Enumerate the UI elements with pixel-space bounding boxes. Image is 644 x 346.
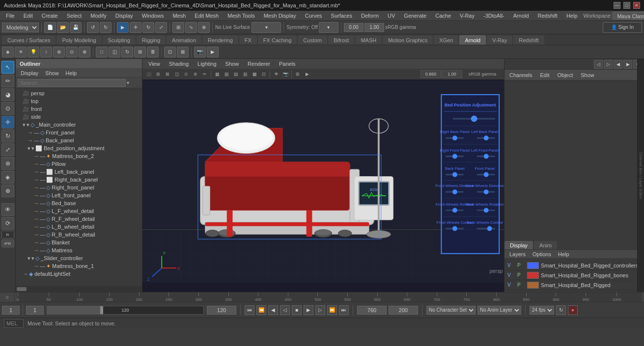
minimize-button[interactable]: — xyxy=(614,2,620,9)
tab-bifrost[interactable]: Bifrost xyxy=(328,35,354,45)
tab-mash[interactable]: MASH xyxy=(355,35,382,45)
tab-animation[interactable]: Animation xyxy=(167,35,201,45)
menu-surfaces[interactable]: Surfaces xyxy=(327,12,356,20)
vp-btn5[interactable]: ⊛ xyxy=(191,70,200,79)
slider-handle[interactable] xyxy=(100,306,103,314)
vp-btn12[interactable]: ⊡ xyxy=(259,70,268,79)
list-item-bed-base[interactable]: → — ◇ Bed_base xyxy=(16,199,142,207)
tab-motion-graphics[interactable]: Motion Graphics xyxy=(383,35,433,45)
menu-file[interactable]: File xyxy=(2,12,19,20)
tab-rigging[interactable]: Rigging xyxy=(137,35,166,45)
go-start-btn[interactable]: ⏮ xyxy=(245,305,254,315)
save-btn[interactable]: 💾 xyxy=(70,22,82,33)
rp-icon4[interactable]: ▶ xyxy=(623,60,632,69)
list-item[interactable]: → — ◇ L_F_wheel_detail xyxy=(16,207,142,215)
tb2-camera-btn[interactable]: 📷 xyxy=(194,47,206,57)
anim-start-input[interactable] xyxy=(357,306,387,315)
scale-tool[interactable]: ⤢ xyxy=(1,143,14,156)
tab-rendering[interactable]: Rendering xyxy=(202,35,238,45)
list-item[interactable]: ▾ ▾ ◇ _Main_controller xyxy=(16,121,142,129)
tab-anim[interactable]: Anim xyxy=(534,241,557,249)
layer-p1[interactable]: P xyxy=(517,263,525,268)
menu-mesh-display[interactable]: Mesh Display xyxy=(260,12,300,20)
vp-btn8[interactable]: ▧ xyxy=(222,70,231,79)
list-item[interactable]: 🎥 front xyxy=(16,105,142,113)
vp-btn1[interactable]: ⊞ xyxy=(154,70,163,79)
tb2-btn14[interactable]: ⊠ xyxy=(177,47,189,57)
sign-in-btn[interactable]: 👤 Sign In xyxy=(603,22,642,33)
list-item[interactable]: → — ✦ Mattress_bone_2 xyxy=(16,152,142,160)
layer-menu-options[interactable]: Options xyxy=(530,251,554,258)
workspace-select[interactable]: Maya Classic xyxy=(613,12,644,20)
outliner-scrollbar[interactable] xyxy=(16,286,142,292)
anim-end-input[interactable] xyxy=(389,306,418,315)
vp-btn3[interactable]: ◫ xyxy=(172,70,181,79)
next-frame-btn[interactable]: ⏩ xyxy=(327,305,337,315)
next-key-btn[interactable]: ▷ xyxy=(315,305,325,315)
tb2-btn7[interactable]: ⊕ xyxy=(79,47,90,57)
scale-input[interactable] xyxy=(364,23,384,32)
list-item[interactable]: ▾ ▾ ⬜ Bed_position_adjustment xyxy=(16,144,142,152)
list-item[interactable]: 🎥 persp xyxy=(16,89,142,97)
select-btn[interactable]: ▶ xyxy=(117,22,129,33)
render-btn[interactable]: R xyxy=(1,231,14,239)
vp-btn6[interactable]: ✏ xyxy=(200,70,209,79)
menu-edit[interactable]: Edit xyxy=(20,12,37,20)
menu-mesh[interactable]: Mesh xyxy=(168,12,190,20)
layer-v1[interactable]: V xyxy=(507,263,515,268)
layer-p2[interactable]: P xyxy=(517,272,525,278)
tb2-btn5[interactable]: ⊛ xyxy=(53,47,65,57)
timeline-track[interactable]: 0501001502002503003504004505005506006507… xyxy=(17,293,642,302)
scroll-handle[interactable] xyxy=(17,287,27,291)
rp-icon1[interactable]: ◁ xyxy=(594,60,603,69)
tab-arnold[interactable]: Arnold xyxy=(459,35,486,45)
menu-modify[interactable]: Modify xyxy=(86,12,110,20)
viewport-panel[interactable]: View Shading Lighting Show Renderer Pane… xyxy=(142,59,504,292)
close-button[interactable]: ✕ xyxy=(633,2,640,9)
loop-btn[interactable]: ↻ xyxy=(556,305,566,315)
tumble-tool[interactable]: ⟳ xyxy=(1,217,14,230)
vp-btn14[interactable]: 📷 xyxy=(281,70,290,79)
range-start-input[interactable] xyxy=(26,306,44,315)
layer-menu-help[interactable]: Help xyxy=(555,251,572,258)
vp-btn11[interactable]: ▩ xyxy=(250,70,259,79)
list-item[interactable]: ▾ ▾ ◇ _Slider_controller xyxy=(16,254,142,262)
anim-layer-dropdown[interactable]: No Anim Layer xyxy=(477,306,521,315)
move-tool[interactable]: ✛ xyxy=(1,116,14,129)
time-range-slider[interactable]: 120 xyxy=(47,306,204,315)
redo-btn[interactable]: ↻ xyxy=(100,22,112,33)
tab-display[interactable]: Display xyxy=(504,241,533,249)
menu-help[interactable]: Help xyxy=(562,12,582,20)
tab-curves-surfaces[interactable]: Curves / Surfaces xyxy=(2,35,56,45)
list-item[interactable]: → — ◇ Left_front_panel xyxy=(16,191,142,199)
vp-menu-view[interactable]: View xyxy=(144,60,164,67)
paint-tool[interactable]: ✏ xyxy=(1,75,14,87)
layer-color1[interactable] xyxy=(527,262,539,269)
menu-arnold[interactable]: Arnold xyxy=(509,12,533,20)
vp-menu-lighting[interactable]: Lighting xyxy=(194,60,221,67)
menu-generate[interactable]: Generate xyxy=(400,12,430,20)
universal-tool[interactable]: ⊛ xyxy=(1,157,14,170)
vp-btn4[interactable]: ⊙ xyxy=(182,70,191,79)
list-item[interactable]: → — ◇ R_B_wheel_detail xyxy=(16,231,142,239)
end-frame-input[interactable] xyxy=(207,306,236,315)
menu-3dtall[interactable]: -3DtoAll- xyxy=(479,12,508,20)
list-item[interactable]: → — ✦ Mattress_bone_1 xyxy=(16,262,142,270)
tb2-btn8[interactable]: □ xyxy=(96,47,108,57)
tb2-btn12[interactable]: ≣ xyxy=(147,47,159,57)
rp-icon2[interactable]: ▷ xyxy=(604,60,613,69)
move-btn[interactable]: ✛ xyxy=(130,22,141,33)
tb2-btn1[interactable]: ◈ xyxy=(2,47,14,57)
layer-color2[interactable] xyxy=(527,272,539,279)
vp-btn10[interactable]: ▥ xyxy=(241,70,250,79)
tab-fx[interactable]: FX xyxy=(239,35,257,45)
list-item[interactable]: → — ◇ Back_panel xyxy=(16,136,142,144)
maximize-button[interactable]: □ xyxy=(623,2,630,9)
live-surface-btn[interactable]: ▾ xyxy=(252,22,281,33)
rotate-btn[interactable]: ↻ xyxy=(142,22,154,33)
list-item[interactable]: → — ◇ Right_front_panel xyxy=(16,184,142,191)
menu-display[interactable]: Display xyxy=(112,12,137,20)
vp-btn7[interactable]: ▦ xyxy=(213,70,222,79)
tab-sculpting[interactable]: Sculpting xyxy=(103,35,136,45)
menu-deform[interactable]: Deform xyxy=(357,12,383,20)
